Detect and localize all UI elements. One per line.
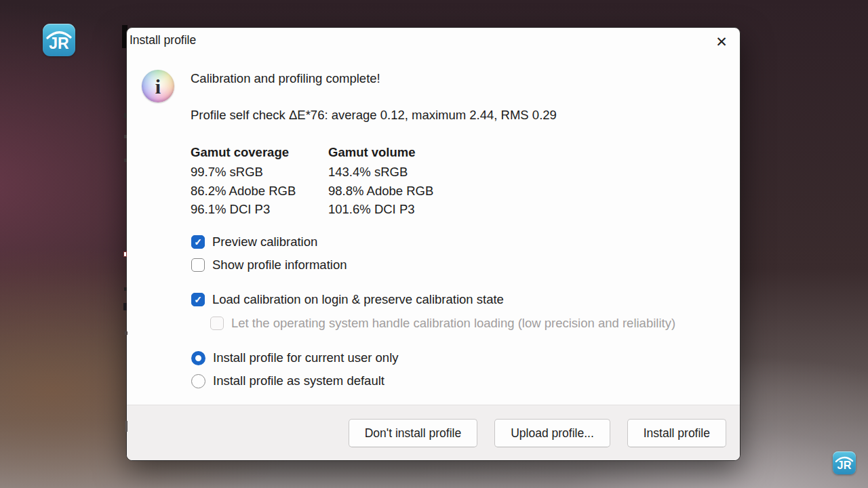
install-system-default-label: Install profile as system default xyxy=(213,373,384,388)
install-current-user-option[interactable]: Install profile for current user only xyxy=(191,349,399,367)
upload-profile-button[interactable]: Upload profile... xyxy=(494,419,610,447)
dialog-title: Install profile xyxy=(130,33,196,47)
dialog-footer: Don't install profile Upload profile... … xyxy=(127,405,740,460)
install-system-default-radio[interactable] xyxy=(191,374,205,388)
self-check-summary: Profile self check ΔE*76: average 0.12, … xyxy=(191,108,557,123)
preview-calibration-checkbox[interactable]: ✓ xyxy=(191,235,205,249)
gamut-coverage-srgb: 99.7% sRGB xyxy=(191,163,296,181)
window-edge-artifact xyxy=(123,251,127,257)
gamut-coverage-adobergb: 86.2% Adobe RGB xyxy=(191,182,296,200)
button-row: Don't install profile Upload profile... … xyxy=(349,419,726,447)
os-handle-calibration-label: Let the operating system handle calibrat… xyxy=(231,316,675,331)
load-calibration-on-login-label: Load calibration on login & preserve cal… xyxy=(212,292,504,307)
load-calibration-on-login-option[interactable]: ✓ Load calibration on login & preserve c… xyxy=(191,291,504,308)
window-edge-artifact xyxy=(125,421,127,432)
os-handle-calibration-option: ✓ Let the operating system handle calibr… xyxy=(210,314,675,332)
window-edge-artifact xyxy=(123,303,127,310)
show-profile-information-label: Show profile information xyxy=(212,258,347,272)
window-edge-artifact xyxy=(124,113,127,118)
check-icon: ✓ xyxy=(194,237,202,247)
os-handle-calibration-checkbox: ✓ xyxy=(210,317,224,330)
preview-calibration-label: Preview calibration xyxy=(212,235,317,249)
window-edge-artifact xyxy=(124,159,127,162)
window-edge-artifact xyxy=(125,331,127,335)
completion-message: Calibration and profiling complete! xyxy=(191,71,380,86)
logo-text: JR xyxy=(837,459,852,471)
gamut-volume-column: Gamut volume 143.4% sRGB 98.8% Adobe RGB… xyxy=(328,143,433,219)
install-system-default-option[interactable]: Install profile as system default xyxy=(191,372,384,390)
close-icon[interactable]: ✕ xyxy=(709,29,734,55)
gamut-volume-header: Gamut volume xyxy=(328,143,433,161)
gamut-volume-srgb: 143.4% sRGB xyxy=(328,163,433,181)
gamut-coverage-column: Gamut coverage 99.7% sRGB 86.2% Adobe RG… xyxy=(191,143,296,219)
install-profile-dialog: Install profile ✕ i Calibration and prof… xyxy=(126,27,741,461)
show-profile-information-option[interactable]: ✓ Show profile information xyxy=(191,256,347,274)
install-current-user-radio[interactable] xyxy=(191,351,205,365)
logo-text: JR xyxy=(49,35,69,52)
info-icon: i xyxy=(142,70,174,102)
preview-calibration-option[interactable]: ✓ Preview calibration xyxy=(191,233,317,251)
gamut-volume-adobergb: 98.8% Adobe RGB xyxy=(328,182,433,200)
show-profile-information-checkbox[interactable]: ✓ xyxy=(191,258,205,272)
gamut-volume-dcip3: 101.6% DCI P3 xyxy=(328,200,433,218)
dont-install-profile-button[interactable]: Don't install profile xyxy=(349,419,477,447)
window-edge-artifact xyxy=(124,135,127,138)
jr-logo: JR xyxy=(43,24,75,56)
gamut-coverage-dcip3: 96.1% DCI P3 xyxy=(191,200,296,218)
gamut-coverage-header: Gamut coverage xyxy=(191,143,296,161)
install-current-user-label: Install profile for current user only xyxy=(213,350,399,365)
install-profile-button[interactable]: Install profile xyxy=(627,419,726,447)
jr-logo-watermark: JR xyxy=(833,451,856,474)
load-calibration-on-login-checkbox[interactable]: ✓ xyxy=(191,293,205,306)
check-icon: ✓ xyxy=(194,295,202,304)
window-edge-artifact xyxy=(124,287,127,291)
